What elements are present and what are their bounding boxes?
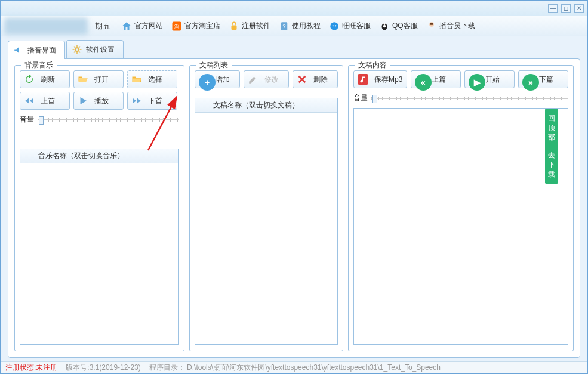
next-green-icon: » xyxy=(522,74,533,85)
play-icon xyxy=(78,95,88,106)
prev-track-button[interactable]: 上首 xyxy=(20,92,70,110)
svg-point-9 xyxy=(383,23,386,27)
titlebar: — ◻ ✕ xyxy=(1,1,587,16)
minimize-button[interactable]: — xyxy=(548,4,558,13)
open-button[interactable]: 打开 xyxy=(73,70,124,88)
lock-icon xyxy=(229,21,239,32)
bgm-volume-label: 音量 xyxy=(20,115,34,125)
wangwang-icon xyxy=(329,21,340,32)
delete-button[interactable]: 删除 xyxy=(293,70,338,88)
choose-button[interactable]: 选择 xyxy=(127,70,177,88)
panel-doclist-title: 文稿列表 xyxy=(196,60,232,70)
delete-icon xyxy=(297,74,307,85)
panel-doc-content: 文稿内容 保存Mp3 « 上篇 ▶ 开始 » 下篇 xyxy=(348,65,574,351)
tabs: 播音界面 软件设置 xyxy=(1,36,587,58)
refresh-button[interactable]: 刷新 xyxy=(20,70,70,88)
music-note-icon xyxy=(358,74,368,85)
link-voice-download[interactable]: 播音员下载 xyxy=(423,20,479,33)
edit-button[interactable]: 修改 xyxy=(244,70,289,88)
svg-rect-2 xyxy=(232,25,237,30)
save-mp3-button[interactable]: 保存Mp3 xyxy=(353,70,407,88)
svg-point-5 xyxy=(330,22,338,30)
music-list[interactable]: 音乐名称（双击切换音乐） xyxy=(20,149,179,345)
next-track-button[interactable]: 下首 xyxy=(127,92,177,110)
next-icon xyxy=(131,95,142,106)
gear-icon xyxy=(72,44,82,55)
next-doc-button[interactable]: » 下篇 xyxy=(518,70,568,88)
link-register[interactable]: 注册软件 xyxy=(225,20,274,33)
person-icon xyxy=(426,21,437,32)
doc-textarea[interactable]: 回 顶 部 去 下 载 xyxy=(353,108,568,345)
svg-point-7 xyxy=(335,25,336,26)
prev-green-icon: « xyxy=(415,74,426,85)
side-strip[interactable]: 回 顶 部 去 下 载 xyxy=(545,109,558,184)
main-content: 背景音乐 刷新 打开 选择 上首 xyxy=(8,58,580,358)
svg-point-10 xyxy=(383,24,384,26)
panel-doclist: 文稿列表 + 增加 修改 删除 文稿名称（双击切换文稿） xyxy=(189,65,343,351)
home-icon xyxy=(121,21,132,32)
program-dir: 程序目录： D:\tools\桌面\河东软件园\yftexttospeech31… xyxy=(149,363,441,373)
svg-point-14 xyxy=(75,48,79,51)
svg-line-20 xyxy=(79,51,80,52)
svg-line-21 xyxy=(74,51,75,52)
svg-point-11 xyxy=(385,24,386,26)
version-label: 版本号:3.1(2019-12-23) xyxy=(66,363,140,373)
svg-text:?: ? xyxy=(282,23,285,29)
panel-bgm-title: 背景音乐 xyxy=(21,60,57,70)
play-green-icon: ▶ xyxy=(469,74,479,85)
folder-open-icon xyxy=(78,74,88,85)
megaphone-icon xyxy=(13,45,24,55)
prev-doc-button[interactable]: « 上篇 xyxy=(411,70,461,88)
link-official-site[interactable]: 官方网站 xyxy=(118,20,167,33)
link-wangwang[interactable]: 旺旺客服 xyxy=(325,20,374,33)
start-button[interactable]: ▶ 开始 xyxy=(464,70,515,88)
tab-settings[interactable]: 软件设置 xyxy=(66,40,124,58)
maximize-button[interactable]: ◻ xyxy=(561,4,571,13)
doc-volume-label: 音量 xyxy=(353,93,368,103)
tab-broadcast[interactable]: 播音界面 xyxy=(8,41,65,59)
prev-icon xyxy=(24,95,35,106)
doc-list-header: 文稿名称（双击切换文稿） xyxy=(195,98,337,113)
play-button[interactable]: 播放 xyxy=(73,92,124,110)
logo-blurred xyxy=(4,18,88,35)
date-label: 期五 xyxy=(95,21,110,32)
pencil-icon xyxy=(248,74,258,85)
doc-volume-slider[interactable] xyxy=(371,94,568,103)
svg-rect-13 xyxy=(430,23,433,25)
taobao-icon: 淘 xyxy=(171,21,182,32)
svg-point-6 xyxy=(333,25,334,26)
plus-icon: + xyxy=(199,74,210,85)
register-status: 注册状态:未注册 xyxy=(5,363,57,373)
close-button[interactable]: ✕ xyxy=(574,4,584,13)
panel-bgm: 背景音乐 刷新 打开 选择 上首 xyxy=(14,65,184,351)
panel-doc-title: 文稿内容 xyxy=(355,60,390,70)
svg-line-19 xyxy=(74,47,75,48)
link-qq[interactable]: QQ客服 xyxy=(375,20,421,33)
link-tutorial[interactable]: ? 使用教程 xyxy=(275,20,324,33)
link-taobao[interactable]: 淘 官方淘宝店 xyxy=(168,20,224,33)
doc-list[interactable]: 文稿名称（双击切换文稿） xyxy=(195,98,338,345)
music-list-header: 音乐名称（双击切换音乐） xyxy=(20,149,178,163)
add-button[interactable]: + 增加 xyxy=(195,70,240,88)
help-icon: ? xyxy=(279,21,290,32)
qq-icon xyxy=(379,21,390,32)
refresh-icon xyxy=(24,74,35,85)
folder-icon xyxy=(131,74,142,85)
bgm-volume-slider[interactable] xyxy=(38,116,179,124)
top-toolbar: 期五 官方网站 淘 官方淘宝店 注册软件 ? 使用教程 旺旺客服 QQ客服 播音… xyxy=(1,16,587,36)
statusbar: 注册状态:未注册 版本号:3.1(2019-12-23) 程序目录： D:\to… xyxy=(1,361,587,373)
svg-line-22 xyxy=(79,47,80,48)
svg-text:淘: 淘 xyxy=(174,24,179,29)
